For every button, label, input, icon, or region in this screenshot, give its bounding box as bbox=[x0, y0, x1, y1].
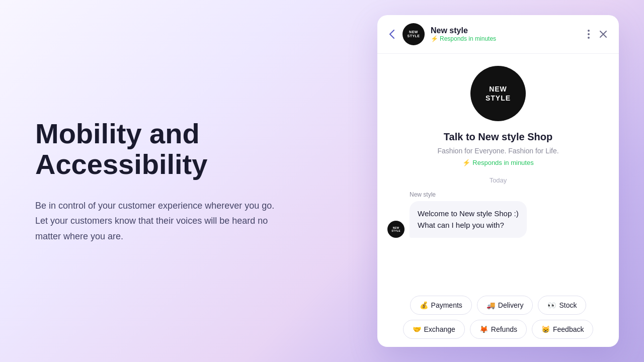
delivery-button[interactable]: 🚚 Delivery bbox=[477, 296, 533, 315]
exchange-icon: 🤝 bbox=[413, 325, 421, 333]
svg-point-2 bbox=[588, 37, 590, 39]
status-text: Responds in minutes bbox=[440, 35, 496, 42]
chat-header: NEWSTYLE New style ⚡ Responds in minutes bbox=[377, 15, 619, 54]
refunds-icon: 🦊 bbox=[479, 325, 488, 333]
payments-label: Payments bbox=[431, 301, 462, 309]
message-bubble: Welcome to New style Shop :)What can I h… bbox=[410, 201, 527, 238]
message-sender: New style bbox=[387, 191, 609, 198]
delivery-label: Delivery bbox=[498, 301, 524, 309]
stock-button[interactable]: 👀 Stock bbox=[538, 296, 586, 315]
shop-tagline: Fashion for Everyone. Fashion for Life. bbox=[437, 147, 558, 155]
shop-logo: NEWSTYLE bbox=[470, 66, 526, 121]
heading-line2: Accessibility bbox=[35, 148, 207, 180]
payments-icon: 💰 bbox=[420, 301, 428, 309]
description-text: Be in control of your customer experienc… bbox=[35, 198, 277, 244]
stock-icon: 👀 bbox=[547, 301, 556, 309]
shop-title: Talk to New style Shop bbox=[444, 131, 552, 143]
refunds-label: Refunds bbox=[491, 325, 517, 333]
header-status: ⚡ Responds in minutes bbox=[431, 35, 580, 42]
responds-text: Responds in minutes bbox=[472, 159, 533, 166]
menu-button[interactable] bbox=[586, 28, 592, 41]
lightning-icon: ⚡ bbox=[431, 35, 438, 42]
message-section: New style NEWSTYLE Welcome to New style … bbox=[387, 191, 609, 238]
lightning-icon-2: ⚡ bbox=[462, 159, 470, 166]
today-divider: Today bbox=[490, 176, 507, 184]
svg-point-0 bbox=[588, 30, 590, 32]
header-avatar: NEWSTYLE bbox=[403, 23, 425, 45]
delivery-icon: 🚚 bbox=[487, 301, 495, 309]
chat-body: NEWSTYLE Talk to New style Shop Fashion … bbox=[377, 54, 619, 290]
stock-label: Stock bbox=[559, 301, 577, 309]
header-actions bbox=[586, 28, 609, 41]
svg-point-1 bbox=[588, 33, 590, 35]
heading-line1: Mobility and bbox=[35, 118, 200, 149]
feedback-icon: 😸 bbox=[541, 325, 550, 333]
left-panel: Mobility and Accessibility Be in control… bbox=[0, 0, 352, 362]
refunds-button[interactable]: 🦊 Refunds bbox=[470, 320, 527, 339]
exchange-label: Exchange bbox=[424, 325, 455, 333]
responds-label: ⚡ Responds in minutes bbox=[462, 159, 533, 166]
quick-replies: 💰 Payments 🚚 Delivery 👀 Stock 🤝 Exchange bbox=[377, 290, 619, 347]
feedback-button[interactable]: 😸 Feedback bbox=[532, 320, 593, 339]
right-panel: NEWSTYLE New style ⚡ Responds in minutes bbox=[352, 0, 644, 362]
quick-reply-row-2: 🤝 Exchange 🦊 Refunds 😸 Feedback bbox=[385, 320, 611, 339]
exchange-button[interactable]: 🤝 Exchange bbox=[403, 320, 465, 339]
shop-name: New style bbox=[431, 26, 580, 35]
back-button[interactable] bbox=[387, 28, 396, 41]
close-button[interactable] bbox=[598, 29, 609, 40]
message-avatar: NEWSTYLE bbox=[387, 221, 405, 238]
payments-button[interactable]: 💰 Payments bbox=[410, 296, 472, 315]
message-row: NEWSTYLE Welcome to New style Shop :)Wha… bbox=[387, 201, 609, 238]
feedback-label: Feedback bbox=[553, 325, 584, 333]
quick-reply-row-1: 💰 Payments 🚚 Delivery 👀 Stock bbox=[385, 296, 611, 315]
chat-window: NEWSTYLE New style ⚡ Responds in minutes bbox=[377, 15, 619, 347]
header-info: New style ⚡ Responds in minutes bbox=[431, 26, 580, 42]
main-heading: Mobility and Accessibility bbox=[35, 118, 317, 180]
